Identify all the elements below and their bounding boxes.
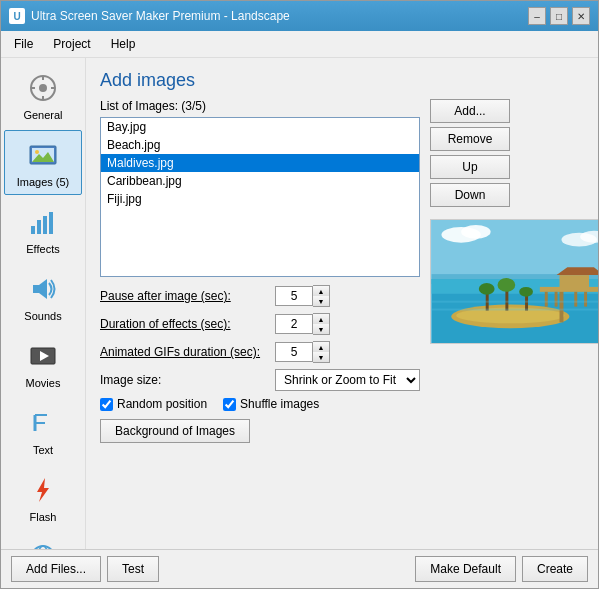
gif-label: Animated GIFs duration (sec): [100,345,275,359]
svg-rect-42 [555,292,558,307]
pause-increment[interactable]: ▲ [313,286,329,296]
add-button[interactable]: Add... [430,99,510,123]
main-panel: Add images List of Images: (3/5) Bay.jpg… [86,58,598,549]
pause-input[interactable] [275,286,313,306]
svg-rect-44 [584,292,587,307]
flash-icon [25,472,61,508]
test-button[interactable]: Test [107,556,159,582]
svg-point-36 [498,278,516,292]
random-position-checkbox[interactable] [100,398,113,411]
shuffle-images-label[interactable]: Shuffle images [223,397,319,411]
gif-input[interactable] [275,342,313,362]
sidebar-label-effects: Effects [26,243,59,255]
make-default-button[interactable]: Make Default [415,556,516,582]
gif-row: Animated GIFs duration (sec): ▲ ▼ [100,341,420,363]
create-button[interactable]: Create [522,556,588,582]
sidebar-item-images[interactable]: Images (5) [4,130,82,195]
svg-point-1 [39,84,47,92]
menu-project[interactable]: Project [44,33,99,55]
images-layout: List of Images: (3/5) Bay.jpg Beach.jpg … [100,99,584,537]
maximize-button[interactable]: □ [550,7,568,25]
images-icon [25,137,61,173]
movies-icon [25,338,61,374]
bg-images-button[interactable]: Background of Images [100,419,250,443]
pause-label: Pause after image (sec): [100,289,275,303]
add-files-button[interactable]: Add Files... [11,556,101,582]
close-button[interactable]: ✕ [572,7,590,25]
pause-spinner: ▲ ▼ [275,285,330,307]
list-label: List of Images: (3/5) [100,99,420,113]
effects-icon [25,204,61,240]
sidebar-label-sounds: Sounds [24,310,61,322]
list-item[interactable]: Beach.jpg [101,136,419,154]
menu-help[interactable]: Help [102,33,145,55]
size-dropdown[interactable]: Shrink or Zoom to Fit Stretch to Fit Act… [275,369,420,391]
up-button[interactable]: Up [430,155,510,179]
svg-point-50 [461,225,491,239]
sidebar-label-flash: Flash [30,511,57,523]
window-title: Ultra Screen Saver Maker Premium - Lands… [31,9,290,23]
pause-row: Pause after image (sec): ▲ ▼ [100,285,420,307]
svg-rect-47 [432,301,598,303]
svg-marker-15 [39,279,47,299]
sidebar-item-web[interactable]: Web [4,532,82,549]
gif-decrement[interactable]: ▼ [313,352,329,362]
remove-button[interactable]: Remove [430,127,510,151]
pause-decrement[interactable]: ▼ [313,296,329,306]
sidebar-item-movies[interactable]: Movies [4,331,82,396]
sidebar-label-text: Text [33,444,53,456]
svg-rect-10 [31,226,35,234]
effects-label: Duration of effects (sec): [100,317,275,331]
title-buttons: – □ ✕ [528,7,590,25]
svg-rect-14 [33,285,39,293]
svg-point-9 [35,150,39,154]
sounds-icon [25,271,61,307]
svg-point-38 [519,287,533,297]
svg-rect-43 [574,292,577,307]
svg-rect-48 [432,309,598,311]
sidebar-item-text[interactable]: Text [4,398,82,463]
list-item[interactable]: Caribbean.jpg [101,172,419,190]
svg-rect-45 [560,275,590,291]
preview-svg [431,220,598,343]
sidebar-label-movies: Movies [26,377,61,389]
effects-increment[interactable]: ▲ [313,314,329,324]
effects-spinner: ▲ ▼ [275,313,330,335]
menu-file[interactable]: File [5,33,42,55]
list-item-selected[interactable]: Maldives.jpg [101,154,419,172]
sidebar-item-flash[interactable]: Flash [4,465,82,530]
content-area: General Images (5) [1,58,598,549]
gif-increment[interactable]: ▲ [313,342,329,352]
menu-bar: File Project Help [1,31,598,58]
effects-row: Duration of effects (sec): ▲ ▼ [100,313,420,335]
shuffle-images-checkbox[interactable] [223,398,236,411]
size-dropdown-wrapper: Shrink or Zoom to Fit Stretch to Fit Act… [275,369,420,391]
gif-spinner-buttons: ▲ ▼ [313,341,330,363]
image-list[interactable]: Bay.jpg Beach.jpg Maldives.jpg Caribbean… [100,117,420,277]
sidebar: General Images (5) [1,58,86,549]
minimize-button[interactable]: – [528,7,546,25]
down-button[interactable]: Down [430,183,510,207]
list-item[interactable]: Bay.jpg [101,118,419,136]
bottom-right: Make Default Create [415,556,588,582]
text-icon [25,405,61,441]
effects-decrement[interactable]: ▼ [313,324,329,334]
sidebar-item-effects[interactable]: Effects [4,197,82,262]
bottom-left: Add Files... Test [11,556,159,582]
bottom-bar: Add Files... Test Make Default Create [1,549,598,588]
sidebar-label-images: Images (5) [17,176,70,188]
effects-input[interactable] [275,314,313,334]
preview-image [430,219,598,344]
svg-rect-41 [545,292,548,307]
sidebar-item-sounds[interactable]: Sounds [4,264,82,329]
list-item[interactable]: Fiji.jpg [101,190,419,208]
checkboxes-row: Random position Shuffle images [100,397,420,411]
effects-spinner-buttons: ▲ ▼ [313,313,330,335]
sidebar-item-general[interactable]: General [4,63,82,128]
svg-marker-21 [37,478,49,502]
random-position-label[interactable]: Random position [100,397,207,411]
web-icon [25,539,61,549]
size-label: Image size: [100,373,275,387]
size-row: Image size: Shrink or Zoom to Fit Stretc… [100,369,420,391]
general-icon [25,70,61,106]
